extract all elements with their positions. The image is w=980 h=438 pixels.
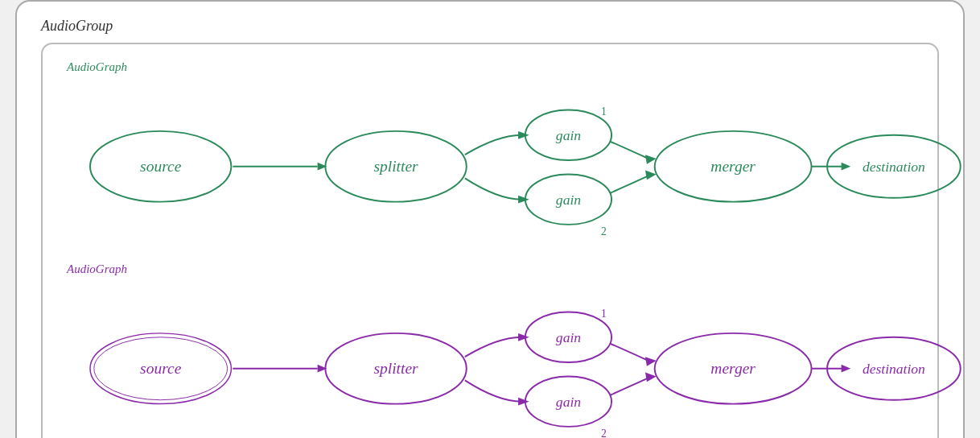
svg-marker-26	[518, 333, 529, 341]
svg-marker-6	[518, 196, 529, 204]
page-title: AudioGroup	[41, 18, 939, 35]
svg-text:splitter: splitter	[373, 158, 418, 175]
svg-text:destination: destination	[863, 361, 925, 377]
svg-text:gain: gain	[556, 394, 581, 410]
graph-label-green: AudioGraph	[67, 60, 921, 74]
svg-text:destination: destination	[863, 159, 925, 175]
svg-text:gain: gain	[556, 329, 581, 345]
svg-text:gain: gain	[556, 127, 581, 143]
svg-marker-35	[645, 373, 657, 382]
svg-marker-27	[518, 398, 529, 406]
svg-marker-14	[645, 171, 657, 180]
svg-text:source: source	[140, 158, 182, 175]
graph-svg-green: source splitter gain 1	[59, 78, 921, 239]
graph-section-green: AudioGraph source splitter	[59, 60, 921, 242]
graph-label-purple: AudioGraph	[67, 262, 921, 276]
svg-text:source: source	[140, 360, 182, 377]
graph-svg-purple: source splitter gain 1	[59, 280, 921, 438]
svg-text:gain: gain	[556, 192, 581, 208]
outer-container: AudioGroup AudioGraph source splitter	[15, 0, 965, 438]
svg-text:merger: merger	[710, 360, 756, 377]
svg-text:splitter: splitter	[373, 360, 418, 377]
svg-text:2: 2	[601, 226, 607, 238]
svg-text:1: 1	[601, 105, 607, 118]
svg-text:1: 1	[601, 308, 607, 320]
svg-marker-17	[842, 163, 851, 171]
svg-marker-38	[842, 365, 851, 373]
inner-box: AudioGraph source splitter	[41, 43, 939, 438]
svg-text:merger: merger	[710, 158, 756, 175]
graph-section-purple: AudioGraph source splitter	[59, 262, 921, 438]
svg-marker-5	[518, 131, 529, 139]
svg-text:2: 2	[601, 428, 607, 438]
